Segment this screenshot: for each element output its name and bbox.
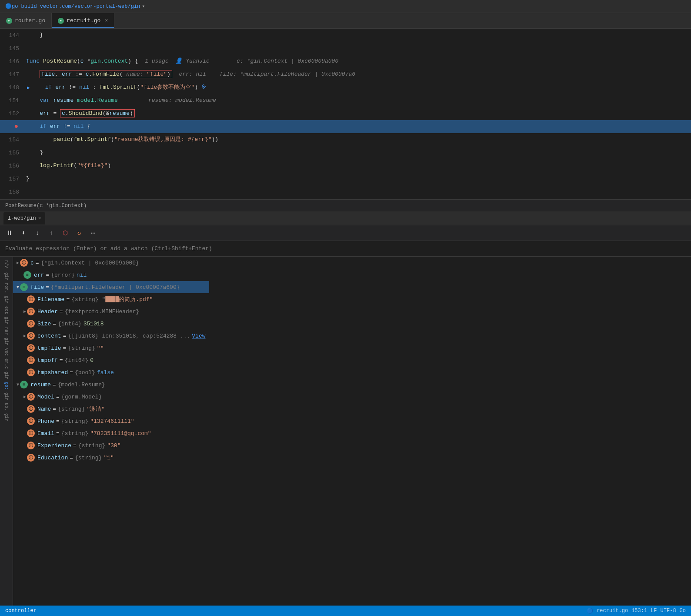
var-icon-model: ⓘ (27, 393, 35, 401)
debug-variables-area: n/v gir ror. gir ect gir nar gir vec er.… (0, 257, 691, 616)
collapse-content-icon[interactable]: ▶ (23, 333, 26, 338)
var-row-err[interactable]: ≡ err = {error} nil (13, 269, 209, 281)
var-row-filename[interactable]: ⓘ Filename = {string} "████的简历.pdf" (13, 293, 209, 305)
var-icon-c: ⓘ (20, 259, 28, 267)
var-row-phone[interactable]: ⓘ Phone = {string} "13274611111" (13, 415, 209, 427)
var-icon-filename: ⓘ (27, 295, 35, 303)
step-out-button[interactable]: ↑ (45, 227, 57, 239)
recruit-tab-label: recruit.go (67, 17, 100, 24)
var-val-header: {textproto.MIMEHeader} (65, 308, 140, 315)
var-val-tmpfile: "" (97, 345, 104, 352)
var-eq-resume: = (53, 382, 56, 388)
var-row-experience[interactable]: ⓘ Experience = {string} "30" (13, 439, 209, 452)
var-eq-name: = (53, 406, 56, 412)
line-content-154: panic(fmt.Sprintf("resume获取错误,原因是: #{err… (26, 133, 691, 146)
code-line-147: 147 file, err := c.FormFile( name: "file… (0, 68, 691, 81)
collapse-c-icon[interactable]: ▶ (17, 260, 19, 265)
var-view-link[interactable]: View (192, 333, 205, 339)
collapse-file-icon[interactable]: ▼ (17, 285, 19, 290)
var-row-content[interactable]: ▶ ⓘ content = {[]uint8} len:351018, cap:… (13, 330, 209, 342)
tab-recruit-go[interactable]: ▸ recruit.go × (52, 13, 114, 28)
var-type-err: {error} (51, 272, 75, 278)
expression-bar[interactable]: Evaluate expression (Enter) or add a wat… (0, 241, 691, 257)
expand-arrow-148[interactable]: ▶ (26, 85, 32, 90)
line-content-157: } (26, 172, 691, 185)
var-row-file[interactable]: ▼ ≡ file = {*multipart.FileHeader | 0xc0… (13, 281, 209, 293)
var-val-model: {gorm.Model} (61, 394, 102, 400)
var-name-resume: resume (30, 382, 51, 388)
var-name-tmpfile: tmpfile (37, 345, 61, 352)
step-over-button[interactable]: ⬇ (17, 227, 30, 239)
var-icon-email: ⓘ (27, 429, 35, 437)
sidebar-label-n-v: n/v (4, 260, 9, 268)
var-row-c[interactable]: ▶ ⓘ c = {*gin.Context | 0xc00009a000} (13, 257, 209, 269)
var-icon-content: ⓘ (27, 332, 35, 340)
router-tab-icon: ▸ (6, 18, 12, 24)
var-icon-phone: ⓘ (27, 417, 35, 425)
code-editor: 144 } 145 146 func PostResume(c *gin.Con… (0, 29, 691, 211)
var-eq-email: = (56, 430, 60, 437)
var-row-tmpoff[interactable]: ⓘ tmpoff = {int64} 0 (13, 354, 209, 366)
line-content-144: } (26, 29, 691, 42)
var-name-tmpoff: tmpoff (37, 357, 58, 364)
var-name-name: Name (37, 406, 51, 412)
line-num-158: 158 (0, 189, 26, 195)
debug-tab-close-icon[interactable]: × (38, 216, 41, 221)
line-content-148: if err != nil : fmt.Sprintf("file参数不能为空"… (32, 81, 691, 94)
var-eq-model: = (56, 394, 60, 400)
debug-tab-l-web-gin[interactable]: l-web/gin × (3, 212, 45, 224)
code-line-154: 154 panic(fmt.Sprintf("resume获取错误,原因是: #… (0, 133, 691, 146)
sidebar-label-gir2: gir (4, 296, 9, 304)
var-row-education[interactable]: ⓘ Education = {string} "1" (13, 452, 209, 464)
var-name-education: Education (37, 455, 68, 461)
var-icon-header: ⓘ (27, 308, 35, 315)
status-icon: 🔵 (587, 608, 593, 614)
line-num-151: 151 (0, 97, 26, 104)
var-val-filename: ████的简历.pdf" (105, 295, 153, 303)
sidebar-label-er-c: er.c (4, 358, 9, 369)
collapse-header-icon[interactable]: ▶ (23, 309, 26, 314)
more-options-button[interactable]: ⋯ (87, 227, 99, 239)
var-name-file: file (30, 284, 44, 291)
collapse-model-icon[interactable]: ▶ (23, 394, 26, 399)
var-name-phone: Phone (37, 418, 54, 425)
debug-panel: l-web/gin × ⏸ ⬇ ↓ ↑ ⬡ ↻ ⋯ Evaluate expre… (0, 211, 691, 616)
line-num-146: 146 (0, 58, 26, 65)
var-row-email[interactable]: ⓘ Email = {string} "782351111@qq.com" (13, 427, 209, 439)
stop-button[interactable]: ⬡ (59, 227, 71, 239)
var-row-tmpfile[interactable]: ⓘ tmpfile = {string} "" (13, 342, 209, 354)
var-row-model[interactable]: ▶ ⓘ Model = {gorm.Model} (13, 391, 209, 403)
var-icon-file: ≡ (20, 283, 28, 291)
var-eq-file: = (46, 284, 49, 291)
pause-resume-button[interactable]: ⏸ (3, 227, 16, 239)
var-row-tmpshared[interactable]: ⓘ tmpshared = {bool} false (13, 366, 209, 378)
sidebar-label-gir1: gir (4, 272, 9, 280)
status-right: 🔵 recruit.go 153:1 LF UTF-8 Go (587, 608, 686, 614)
code-line-146: 146 func PostResume(c *gin.Context) { 1 … (0, 55, 691, 68)
var-val-resume: {model.Resume} (58, 382, 105, 388)
status-recruit: recruit.go (597, 608, 628, 614)
sidebar-label-ect: ect (4, 306, 9, 314)
line-content-155: } (26, 146, 691, 159)
go-build-link[interactable]: go build vector.com/vector-portal-web/gi… (12, 3, 140, 10)
var-eq-size: = (53, 321, 56, 327)
status-language: Go (680, 608, 686, 614)
var-type-content: {[]uint8} len:351018, cap:524288 ... (68, 333, 190, 339)
var-type-education: {string} (75, 455, 102, 461)
var-name-email: Email (37, 430, 54, 437)
var-val-experience: "30" (107, 442, 120, 449)
var-row-size[interactable]: ⓘ Size = {int64} 351018 (13, 318, 209, 330)
var-row-name[interactable]: ⓘ Name = {string} "渊洁" (13, 403, 209, 415)
sidebar-label-go: go: (4, 382, 9, 390)
restart-button[interactable]: ↻ (73, 227, 85, 239)
debug-panel-tabs: l-web/gin × (0, 211, 691, 225)
step-into-button[interactable]: ↓ (31, 227, 43, 239)
var-icon-tmpfile: ⓘ (27, 344, 35, 352)
tab-router-go[interactable]: ▸ router.go (0, 13, 52, 28)
collapse-resume-icon[interactable]: ▼ (17, 382, 19, 387)
line-num-148: 148 (0, 84, 26, 91)
var-icon-name: ⓘ (27, 405, 35, 413)
var-row-header[interactable]: ▶ ⓘ Header = {textproto.MIMEHeader} (13, 305, 209, 318)
recruit-tab-close-icon[interactable]: × (105, 18, 108, 24)
var-row-resume[interactable]: ▼ ≡ resume = {model.Resume} (13, 378, 209, 391)
